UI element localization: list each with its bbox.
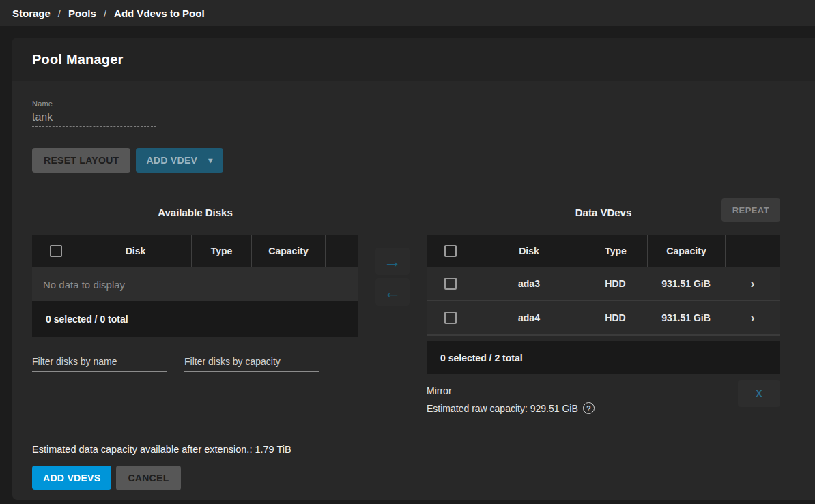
pool-manager-card: Pool Manager Name tank RESET LAYOUT ADD … xyxy=(12,38,815,500)
form-actions: ADD VDEVS CANCEL xyxy=(32,466,815,490)
column-header-disk: Disk xyxy=(80,246,191,256)
row-checkbox[interactable] xyxy=(444,278,457,290)
move-right-arrow-button[interactable]: → xyxy=(375,248,410,275)
available-disks-footer: 0 selected / 0 total xyxy=(32,301,358,337)
disk-filters xyxy=(32,356,358,372)
expand-row-icon[interactable]: › xyxy=(751,312,755,324)
pool-name-input[interactable]: tank xyxy=(32,111,156,127)
disk-capacity: 931.51 GiB xyxy=(647,267,725,300)
chevron-down-icon: ▾ xyxy=(208,155,212,165)
remove-vdev-button[interactable]: X xyxy=(738,380,780,407)
disk-transfer-area: Available Disks Disk Type Capacity No da… xyxy=(32,198,815,414)
column-header-actions xyxy=(725,235,780,267)
table-row: ada4 HDD 931.51 GiB › xyxy=(427,301,780,336)
breadcrumb-add-vdevs: Add Vdevs to Pool xyxy=(114,8,205,19)
disk-type: HDD xyxy=(584,267,647,300)
column-header-disk: Disk xyxy=(474,246,584,256)
filter-capacity-input[interactable] xyxy=(184,356,319,372)
row-checkbox[interactable] xyxy=(444,312,457,324)
pool-name-field: Name tank xyxy=(32,100,156,127)
vdev-summary-text: Mirror Estimated raw capacity: 929.51 Gi… xyxy=(427,385,595,414)
disk-capacity: 931.51 GiB xyxy=(647,301,725,334)
cancel-button[interactable]: CANCEL xyxy=(116,466,180,490)
expand-row-icon[interactable]: › xyxy=(751,278,755,290)
breadcrumb-pools[interactable]: Pools xyxy=(68,8,96,19)
disk-type: HDD xyxy=(584,301,647,334)
card-body: Name tank RESET LAYOUT ADD VDEV ▾ Availa… xyxy=(12,100,815,490)
column-header-actions xyxy=(325,235,358,267)
data-vdevs-footer: 0 selected / 2 total xyxy=(427,341,780,374)
disk-name: ada3 xyxy=(474,278,584,289)
column-header-capacity: Capacity xyxy=(251,235,325,267)
add-vdev-menu-button[interactable]: ADD VDEV ▾ xyxy=(136,148,223,173)
disk-name: ada4 xyxy=(474,312,584,323)
breadcrumb: Storage / Pools / Add Vdevs to Pool xyxy=(0,0,815,26)
data-vdevs-table-header: Disk Type Capacity xyxy=(427,235,780,267)
repeat-button[interactable]: REPEAT xyxy=(721,198,780,222)
select-all-checkbox[interactable] xyxy=(50,245,62,257)
available-disks-table-header: Disk Type Capacity xyxy=(32,235,358,267)
move-left-arrow-button[interactable]: ← xyxy=(375,278,410,306)
vdev-summary: Mirror Estimated raw capacity: 929.51 Gi… xyxy=(427,385,780,414)
capacity-estimate-label: Estimated data capacity available after … xyxy=(32,444,815,455)
toolbar: RESET LAYOUT ADD VDEV ▾ xyxy=(32,148,815,173)
raw-capacity-label: Estimated raw capacity: 929.51 GiB xyxy=(427,403,578,414)
breadcrumb-separator: / xyxy=(104,8,106,19)
data-vdevs-panel: Data VDevs REPEAT Disk Type Capacity xyxy=(427,198,780,414)
help-icon[interactable]: ? xyxy=(583,402,595,414)
page-title: Pool Manager xyxy=(32,52,124,68)
card-header: Pool Manager xyxy=(12,38,815,81)
breadcrumb-separator: / xyxy=(58,8,61,19)
select-all-checkbox[interactable] xyxy=(444,245,457,257)
column-header-type: Type xyxy=(584,235,647,267)
reset-layout-button[interactable]: RESET LAYOUT xyxy=(32,148,130,173)
available-disks-title-row: Available Disks xyxy=(32,198,358,226)
breadcrumb-storage[interactable]: Storage xyxy=(12,8,51,19)
column-header-type: Type xyxy=(191,235,251,267)
data-vdevs-title-row: Data VDevs REPEAT xyxy=(427,198,780,226)
vdev-layout-label: Mirror xyxy=(427,385,595,396)
no-data-row: No data to display xyxy=(32,267,358,301)
add-vdev-label: ADD VDEV xyxy=(146,155,197,166)
available-disks-table: Disk Type Capacity No data to display 0 … xyxy=(32,235,358,337)
available-disks-panel: Available Disks Disk Type Capacity No da… xyxy=(32,198,358,414)
pool-name-label: Name xyxy=(32,100,156,108)
filter-name-input[interactable] xyxy=(32,356,167,372)
add-vdevs-button[interactable]: ADD VDEVS xyxy=(32,466,111,490)
table-row: ada3 HDD 931.51 GiB › xyxy=(427,267,780,301)
transfer-controls: → ← xyxy=(358,198,427,414)
data-vdevs-table: Disk Type Capacity ada3 HDD 931.51 GiB xyxy=(427,235,780,374)
column-header-capacity: Capacity xyxy=(647,235,725,267)
available-disks-title: Available Disks xyxy=(32,207,358,218)
